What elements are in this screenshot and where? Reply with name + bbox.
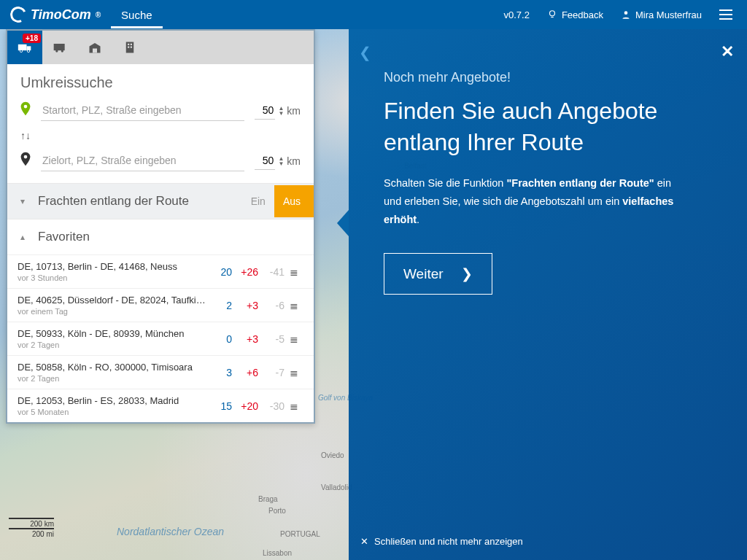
km-label: km: [287, 155, 301, 167]
city-label: PORTUGAL: [280, 530, 320, 538]
chevron-down-icon: ▾: [20, 196, 38, 206]
overlay-kicker: Noch mehr Angebote!: [384, 70, 712, 85]
swap-icon[interactable]: ↑↓: [20, 130, 31, 141]
tab-badge: +18: [23, 34, 41, 43]
svg-rect-6: [54, 44, 65, 50]
start-input[interactable]: [41, 100, 244, 121]
svg-point-8: [61, 50, 63, 52]
overlay-title: Finden Sie auch Angebote entlang Ihrer R…: [384, 96, 712, 158]
favorite-count-old: -6: [258, 300, 285, 311]
nav-search[interactable]: Suche: [111, 1, 163, 28]
favorite-count-new: +20: [232, 400, 258, 412]
search-panel: +18 Umkreissuche ▲▼ km: [6, 29, 315, 424]
favorite-row[interactable]: DE, 50858, Köln - RO, 300000, Timisoarav…: [7, 355, 314, 389]
start-radius-spinner[interactable]: ▲▼: [278, 106, 284, 116]
svg-point-7: [55, 50, 58, 52]
favorite-count-old: -5: [258, 333, 285, 345]
toggle-on[interactable]: Ein: [242, 185, 274, 217]
lightbulb-icon: [547, 9, 557, 20]
menu-icon[interactable]: [719, 9, 732, 20]
favorite-menu-icon[interactable]: ≣: [285, 333, 303, 345]
dest-pin-icon: [20, 152, 31, 170]
svg-rect-13: [128, 47, 129, 48]
svg-point-16: [24, 155, 28, 159]
callout-pointer: [337, 210, 349, 236]
favorite-route: DE, 50933, Köln - DE, 80939, München: [18, 328, 206, 339]
favorite-count-current: 15: [206, 400, 232, 412]
overlay-close-icon[interactable]: ✕: [721, 42, 734, 61]
route-freight-toggle-row[interactable]: ▾ Frachten entlang der Route Ein Aus: [7, 183, 314, 219]
brand-logo[interactable]: TimoCom®: [0, 7, 111, 23]
city-label: Braga: [258, 495, 278, 503]
km-label: km: [287, 105, 301, 117]
svg-rect-10: [126, 42, 134, 53]
favorite-menu-icon[interactable]: ≣: [285, 266, 303, 278]
favorite-count-current: 20: [206, 266, 232, 278]
favorite-count-new: +3: [232, 333, 258, 345]
svg-point-1: [624, 11, 628, 15]
favorite-count-old: -7: [258, 367, 285, 378]
dismiss-link[interactable]: ✕ Schließen und nicht mehr anzeigen: [360, 536, 523, 547]
panel-tabs: +18: [7, 31, 314, 64]
svg-rect-14: [131, 47, 132, 48]
tab-vehicle[interactable]: [42, 31, 77, 64]
next-button[interactable]: Weiter ❯: [384, 253, 492, 295]
warehouse-icon: [88, 42, 101, 53]
favorites-label: Favoriten: [38, 230, 90, 244]
favorite-row[interactable]: DE, 10713, Berlin - DE, 41468, Neussvor …: [7, 254, 314, 288]
dest-radius-spinner[interactable]: ▲▼: [278, 156, 284, 166]
tab-company[interactable]: [112, 31, 147, 64]
route-toggle[interactable]: Ein Aus: [242, 195, 301, 207]
svg-point-5: [27, 50, 29, 52]
favorite-count-current: 0: [206, 333, 232, 345]
favorites-header[interactable]: ▴ Favoriten: [7, 219, 314, 254]
favorite-route: DE, 10713, Berlin - DE, 41468, Neuss: [18, 261, 206, 272]
svg-point-4: [20, 50, 22, 52]
svg-rect-12: [131, 44, 132, 45]
favorite-count-new: +6: [232, 367, 258, 378]
favorite-menu-icon[interactable]: ≣: [285, 300, 303, 311]
city-label: Valladolid: [321, 483, 352, 491]
toggle-off[interactable]: Aus: [274, 185, 314, 217]
version-label: v0.7.2: [503, 9, 529, 20]
brand-text: TimoCom: [31, 7, 91, 23]
chevron-up-icon: ▴: [20, 232, 38, 242]
favorite-time: vor 2 Tagen: [18, 374, 206, 383]
favorite-menu-icon[interactable]: ≣: [285, 367, 303, 378]
start-radius-input[interactable]: [255, 101, 275, 120]
svg-rect-2: [18, 44, 27, 50]
favorite-row[interactable]: DE, 50933, Köln - DE, 80939, Münchenvor …: [7, 322, 314, 355]
favorite-count-current: 2: [206, 300, 232, 311]
favorite-route: DE, 40625, Düsseldorf - DE, 82024, Taufk…: [18, 295, 206, 306]
favorite-row[interactable]: DE, 40625, Düsseldorf - DE, 82024, Taufk…: [7, 288, 314, 322]
start-pin-icon: [20, 101, 31, 120]
favorite-route: DE, 50858, Köln - RO, 300000, Timisoara: [18, 362, 206, 373]
truck-icon: [18, 42, 32, 53]
favorite-time: vor 2 Tagen: [18, 341, 206, 349]
dest-radius-input[interactable]: [255, 152, 275, 170]
favorite-time: vor 5 Monaten: [18, 408, 206, 416]
ocean-label: Nordatlantischer Ozean: [117, 525, 224, 538]
svg-rect-11: [128, 44, 129, 45]
route-freight-label: Frachten entlang der Route: [38, 194, 189, 209]
user-menu[interactable]: Mira Musterfrau: [621, 9, 702, 20]
feedback-link[interactable]: Feedback: [547, 9, 603, 20]
logo-icon: [8, 4, 28, 25]
favorite-count-new: +26: [232, 266, 258, 278]
chevron-right-icon: ❯: [461, 265, 473, 282]
favorite-count-old: -41: [258, 266, 285, 278]
favorite-row[interactable]: DE, 12053, Berlin - ES, 28033, Madridvor…: [7, 389, 314, 422]
favorite-menu-icon[interactable]: ≣: [285, 400, 303, 412]
trailer-icon: [53, 42, 67, 53]
dest-input[interactable]: [41, 150, 244, 171]
building-icon: [124, 41, 136, 54]
favorite-count-new: +3: [232, 300, 258, 311]
favorites-list: DE, 10713, Berlin - DE, 41468, Neussvor …: [7, 254, 314, 422]
overlay-back-icon[interactable]: ❮: [359, 44, 371, 61]
tab-freight[interactable]: +18: [7, 31, 42, 64]
favorite-time: vor einem Tag: [18, 307, 206, 316]
city-label: Oviedo: [321, 451, 344, 459]
svg-rect-9: [93, 49, 97, 53]
tab-warehouse[interactable]: [77, 31, 112, 64]
app-header: TimoCom® Suche v0.7.2 Feedback Mira Must…: [0, 0, 747, 29]
